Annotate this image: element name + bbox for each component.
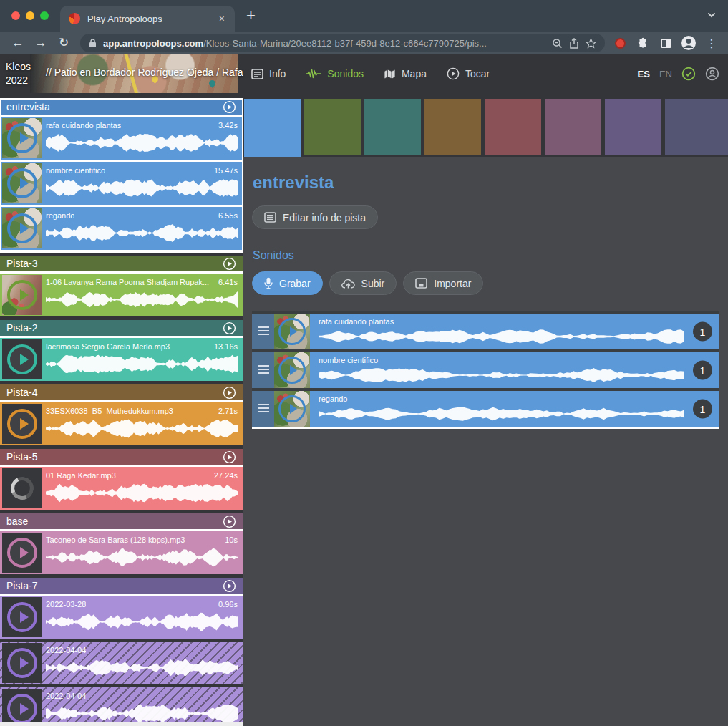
sound-item[interactable]: 01 Raga Kedar.mp327.24s (0, 467, 243, 510)
sound-item[interactable]: 2022-04-04 (0, 642, 243, 684)
sound-item[interactable]: nombre cientifico15.47s (0, 162, 243, 205)
zoom-out-icon[interactable] (552, 38, 563, 49)
play-track-icon[interactable] (223, 579, 236, 593)
loop-count-badge[interactable]: 1 (693, 361, 712, 380)
drag-handle[interactable] (252, 391, 274, 427)
track-header[interactable]: Pista-4 (0, 384, 243, 402)
play-track-icon[interactable] (223, 100, 236, 114)
minimize-window-button[interactable] (26, 11, 34, 20)
bookmark-star-icon[interactable] (586, 38, 596, 49)
sound-item[interactable]: rafa cuidando plantas3.42s (0, 117, 243, 160)
sound-item[interactable]: 1-06 Lavanya Rama Poorna Shadjam Rupak..… (0, 274, 243, 316)
upload-button[interactable]: Subir (329, 271, 397, 295)
sync-check-icon[interactable] (681, 67, 696, 81)
loop-count-badge[interactable]: 1 (693, 322, 712, 342)
play-sound-icon[interactable] (7, 694, 37, 724)
tab-mapa[interactable]: Mapa (384, 68, 427, 79)
play-sound-icon[interactable] (7, 409, 37, 439)
url-bar[interactable]: app.antropoloops.com/Kleos-Santa-Marina/… (80, 34, 605, 52)
play-sound-icon[interactable] (278, 357, 306, 384)
sound-thumbnail[interactable] (2, 404, 42, 444)
record-indicator-icon[interactable] (611, 34, 629, 52)
track-swatch[interactable] (665, 99, 728, 155)
sound-thumbnail[interactable] (2, 208, 42, 248)
track-header[interactable]: Pista-7 (0, 578, 243, 596)
track-header[interactable]: Pista-3 (0, 256, 243, 274)
drag-handle[interactable] (252, 352, 274, 388)
side-panel-icon[interactable] (656, 34, 675, 52)
loop-count-badge[interactable]: 1 (693, 400, 712, 419)
sound-thumbnail[interactable] (274, 391, 310, 427)
play-sound-icon[interactable] (7, 344, 37, 374)
sound-thumbnail[interactable] (274, 314, 310, 349)
play-track-icon[interactable] (223, 257, 236, 271)
sound-thumbnail[interactable] (2, 468, 42, 508)
sound-row[interactable]: rafa cuidando plantas 1 (252, 314, 719, 349)
tab-info[interactable]: Info (251, 68, 286, 79)
play-track-icon[interactable] (223, 386, 236, 400)
sound-item[interactable]: regando6.55s (0, 207, 243, 250)
play-sound-icon[interactable] (278, 395, 306, 422)
track-swatch[interactable] (424, 99, 481, 155)
lock-icon[interactable] (89, 39, 97, 48)
play-track-icon[interactable] (223, 515, 236, 528)
browser-tab[interactable]: Play Antropoloops × (60, 6, 235, 32)
sound-thumbnail[interactable] (2, 597, 42, 637)
sound-item[interactable]: lacrimosa Sergio García Merlo.mp313.16s (0, 338, 243, 381)
sound-thumbnail[interactable] (2, 275, 42, 315)
track-swatch[interactable] (605, 99, 661, 155)
play-sound-icon[interactable] (7, 280, 37, 310)
url-text[interactable]: app.antropoloops.com/Kleos-Santa-Marina/… (103, 38, 545, 49)
sound-thumbnail[interactable] (2, 118, 42, 158)
new-tab-button[interactable]: + (246, 3, 256, 29)
forward-button[interactable]: → (30, 34, 52, 52)
sound-thumbnail[interactable] (2, 339, 42, 379)
tab-close-icon[interactable]: × (218, 13, 226, 24)
lang-en-button[interactable]: EN (659, 69, 672, 79)
import-button[interactable]: Importar (403, 271, 483, 295)
play-sound-icon[interactable] (7, 602, 37, 632)
lang-es-button[interactable]: ES (638, 69, 650, 79)
play-sound-icon[interactable] (7, 538, 37, 568)
close-window-button[interactable] (11, 11, 20, 20)
edit-track-info-button[interactable]: Editar info de pista (252, 205, 378, 229)
play-track-icon[interactable] (223, 450, 236, 464)
track-swatch[interactable] (485, 99, 541, 155)
sound-thumbnail[interactable] (2, 533, 42, 573)
track-swatch[interactable] (545, 99, 601, 155)
sound-item[interactable]: Taconeo de Sara Baras (128 kbps).mp310s (0, 531, 243, 574)
play-sound-icon[interactable] (7, 168, 37, 198)
sound-thumbnail[interactable] (2, 689, 42, 726)
record-button[interactable]: Grabar (252, 271, 323, 295)
play-sound-icon[interactable] (278, 318, 306, 345)
track-header[interactable]: base (0, 513, 243, 531)
track-swatch[interactable] (364, 99, 421, 155)
track-header[interactable]: entrevista (0, 99, 243, 117)
reload-button[interactable]: ↻ (53, 34, 74, 52)
zoom-window-button[interactable] (40, 11, 49, 20)
sound-thumbnail[interactable] (2, 163, 42, 203)
play-sound-icon[interactable] (7, 648, 37, 678)
sound-item[interactable]: 33ESX6038_B5_Muthedukkum.mp32.71s (0, 402, 243, 445)
tab-tocar[interactable]: Tocar (447, 67, 490, 80)
tab-search-chevron-icon[interactable] (707, 10, 717, 23)
play-sound-icon[interactable] (7, 213, 37, 243)
play-track-icon[interactable] (223, 321, 236, 335)
sound-row[interactable]: nombre cientifico 1 (252, 352, 719, 388)
app-logo[interactable]: Kleos 2022 (0, 60, 36, 87)
sound-thumbnail[interactable] (274, 352, 310, 388)
sound-item[interactable]: 2022-03-280.96s (0, 596, 243, 639)
track-swatch[interactable] (304, 99, 361, 155)
drag-handle[interactable] (252, 314, 274, 349)
track-swatch[interactable] (244, 99, 301, 157)
share-icon[interactable] (569, 38, 579, 49)
project-aerial-image[interactable]: // Patio en Bordador Rodríguez Ojeda / R… (30, 54, 238, 93)
sound-row[interactable]: regando 1 (252, 391, 719, 427)
sound-thumbnail[interactable] (2, 643, 42, 683)
account-icon[interactable] (705, 67, 719, 81)
browser-menu-icon[interactable]: ⋮ (702, 34, 721, 52)
extensions-puzzle-icon[interactable] (634, 34, 652, 52)
sound-item[interactable]: 2022-04-04 (0, 687, 243, 726)
back-button[interactable]: ← (7, 34, 29, 52)
tab-sonidos[interactable]: Sonidos (306, 68, 364, 79)
